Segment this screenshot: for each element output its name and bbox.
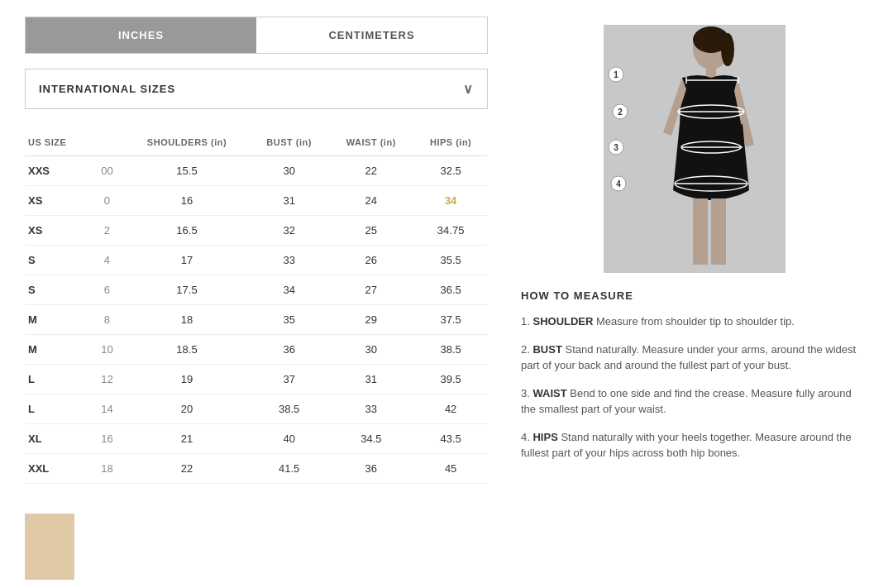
cell-hips: 39.5 [413, 365, 488, 394]
svg-text:2: 2 [618, 108, 623, 117]
cell-bust: 30 [250, 156, 329, 186]
cell-num: 14 [90, 394, 124, 424]
left-panel: INCHES CENTIMETERS INTERNATIONAL SIZES ∨… [25, 17, 488, 484]
col-header-bust: BUST (in) [250, 129, 329, 156]
cell-shoulders: 17 [124, 246, 250, 275]
size-table: US SIZE SHOULDERS (in) BUST (in) WAIST (… [25, 129, 488, 484]
cell-num: 12 [90, 365, 124, 394]
table-row: S 6 17.5 34 27 36.5 [25, 275, 488, 305]
cell-size: XL [25, 424, 90, 454]
cell-waist: 31 [328, 365, 413, 394]
table-row: L 12 19 37 31 39.5 [25, 365, 488, 394]
cell-num: 00 [90, 156, 124, 186]
cell-waist: 33 [328, 394, 413, 424]
thumbnail-1[interactable] [25, 514, 74, 580]
measure-item-4: 4. HIPS Stand naturally with your heels … [521, 429, 868, 461]
cell-size: XXL [25, 454, 90, 484]
how-to-measure-section: HOW TO MEASURE 1. SHOULDER Measure from … [521, 289, 868, 461]
chevron-down-icon: ∨ [463, 81, 474, 97]
cell-bust: 32 [250, 216, 329, 246]
svg-text:3: 3 [614, 143, 618, 152]
cell-waist: 25 [328, 216, 413, 246]
cell-shoulders: 18.5 [124, 335, 250, 365]
svg-text:4: 4 [616, 179, 621, 189]
cell-hips: 42 [413, 394, 488, 424]
cell-hips: 43.5 [413, 424, 488, 454]
inches-button[interactable]: INCHES [26, 17, 256, 53]
table-row: L 14 20 38.5 33 42 [25, 394, 488, 424]
table-row: XS 0 16 31 24 34 [25, 186, 488, 216]
right-panel: 1 2 3 4 H [521, 17, 868, 484]
cell-hips: 38.5 [413, 335, 488, 365]
cell-shoulders: 17.5 [124, 275, 250, 305]
table-row: S 4 17 33 26 35.5 [25, 246, 488, 275]
cell-waist: 34.5 [328, 424, 413, 454]
measure-item-2: 2. BUST Stand naturally. Measure under y… [521, 342, 868, 374]
cell-bust: 41.5 [250, 454, 329, 484]
cell-waist: 29 [328, 305, 413, 335]
cell-size: XXS [25, 156, 90, 186]
cell-waist: 22 [328, 156, 413, 186]
main-container: INCHES CENTIMETERS INTERNATIONAL SIZES ∨… [0, 0, 893, 500]
cell-hips: 36.5 [413, 275, 488, 305]
measure-item-3: 3. WAIST Bend to one side and find the c… [521, 385, 868, 418]
cell-shoulders: 21 [124, 424, 250, 454]
cell-num: 6 [90, 275, 124, 305]
table-row: XL 16 21 40 34.5 43.5 [25, 424, 488, 454]
cell-bust: 34 [250, 275, 329, 305]
cell-bust: 36 [250, 335, 329, 365]
cell-shoulders: 15.5 [124, 156, 250, 186]
cell-bust: 33 [250, 246, 329, 275]
col-header-num [90, 129, 124, 156]
cell-size: M [25, 305, 90, 335]
measure-items: 1. SHOULDER Measure from shoulder tip to… [521, 313, 868, 461]
thumbnail-strip [0, 514, 893, 588]
table-row: M 10 18.5 36 30 38.5 [25, 335, 488, 365]
cell-bust: 35 [250, 305, 329, 335]
cell-num: 8 [90, 305, 124, 335]
cell-shoulders: 22 [124, 454, 250, 484]
size-selector-label: INTERNATIONAL SIZES [39, 83, 175, 95]
cell-hips: 32.5 [413, 156, 488, 186]
table-row: XS 2 16.5 32 25 34.75 [25, 216, 488, 246]
cell-hips: 34 [413, 186, 488, 216]
cell-size: S [25, 246, 90, 275]
cell-hips: 45 [413, 454, 488, 484]
svg-rect-5 [693, 198, 708, 265]
cell-shoulders: 20 [124, 394, 250, 424]
cell-num: 4 [90, 246, 124, 275]
svg-rect-6 [711, 198, 726, 265]
cell-shoulders: 18 [124, 305, 250, 335]
col-header-ussize: US SIZE [25, 129, 90, 156]
cell-waist: 36 [328, 454, 413, 484]
cell-bust: 40 [250, 424, 329, 454]
dress-illustration: 1 2 3 4 [604, 25, 786, 273]
size-selector-dropdown[interactable]: INTERNATIONAL SIZES ∨ [25, 69, 488, 109]
cell-shoulders: 19 [124, 365, 250, 394]
cell-size: XS [25, 186, 90, 216]
cell-size: L [25, 365, 90, 394]
table-row: M 8 18 35 29 37.5 [25, 305, 488, 335]
cell-hips: 37.5 [413, 305, 488, 335]
unit-toggle[interactable]: INCHES CENTIMETERS [25, 17, 488, 54]
cell-hips: 34.75 [413, 216, 488, 246]
cell-num: 0 [90, 186, 124, 216]
cell-bust: 38.5 [250, 394, 329, 424]
cell-shoulders: 16.5 [124, 216, 250, 246]
table-row: XXS 00 15.5 30 22 32.5 [25, 156, 488, 186]
cell-bust: 37 [250, 365, 329, 394]
how-to-measure-title: HOW TO MEASURE [521, 289, 868, 302]
cell-num: 10 [90, 335, 124, 365]
cell-waist: 24 [328, 186, 413, 216]
dress-svg: 1 2 3 4 [604, 25, 786, 273]
cell-hips: 35.5 [413, 246, 488, 275]
cell-waist: 27 [328, 275, 413, 305]
cell-size: L [25, 394, 90, 424]
svg-text:1: 1 [614, 70, 618, 79]
col-header-shoulders: SHOULDERS (in) [124, 129, 250, 156]
table-row: XXL 18 22 41.5 36 45 [25, 454, 488, 484]
cell-size: S [25, 275, 90, 305]
cell-size: XS [25, 216, 90, 246]
svg-point-3 [721, 33, 734, 66]
centimeters-button[interactable]: CENTIMETERS [256, 17, 487, 53]
